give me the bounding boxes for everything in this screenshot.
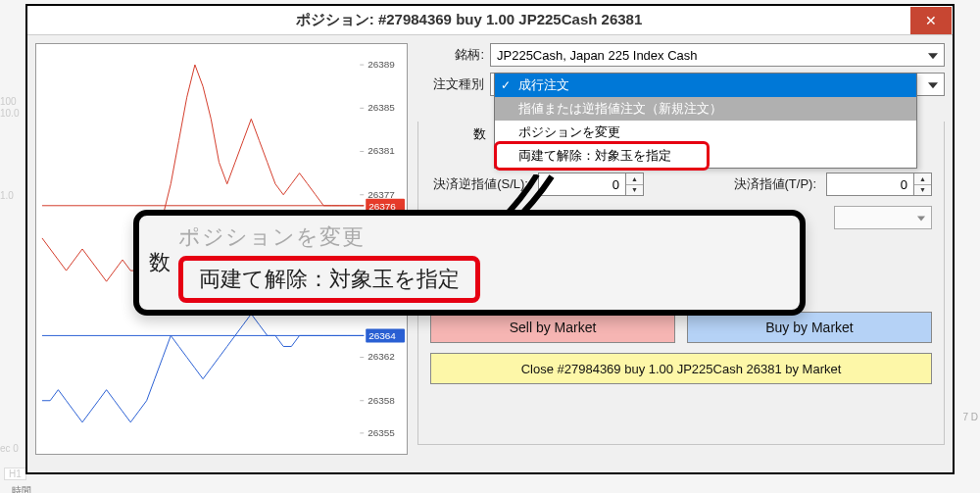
ordertype-dropdown[interactable]: ✓ 成行注文 指値または逆指値注文（新規注文） ポジションを変更 両建て解除：対… — [494, 73, 917, 169]
tp-spinner[interactable]: ▲ ▼ — [826, 173, 932, 196]
sell-market-button[interactable]: Sell by Market — [430, 312, 675, 343]
dropdown-item-closeby[interactable]: 両建て解除：対象玉を指定 — [495, 144, 916, 168]
callout-faded-text: ポジションを変更 — [178, 222, 480, 252]
svg-text:26381: 26381 — [368, 146, 395, 157]
bg-label: 10.0 — [0, 108, 19, 119]
spinner-arrows[interactable]: ▲ ▼ — [626, 173, 644, 196]
dropdown-item-label: ポジションを変更 — [518, 123, 620, 141]
expiry-select[interactable] — [834, 206, 932, 229]
callout-highlighted-text: 両建て解除：対象玉を指定 — [178, 256, 480, 303]
symbol-value: JP225Cash, Japan 225 Index Cash — [497, 48, 698, 63]
dropdown-item-label: 指値または逆指値注文（新規注文） — [518, 100, 722, 118]
arrow-down-icon[interactable]: ▼ — [626, 185, 643, 196]
titlebar: ポジション: #27984369 buy 1.00 JP225Cash 2638… — [27, 6, 953, 35]
bg-label: ec 0 — [0, 443, 19, 454]
svg-text:26385: 26385 — [368, 102, 395, 113]
spinner-arrows[interactable]: ▲ ▼ — [914, 173, 932, 196]
callout-side-label: 数 — [149, 248, 171, 277]
dropdown-item-label: 成行注文 — [518, 76, 569, 94]
check-icon: ✓ — [501, 78, 511, 92]
dropdown-item-label: 両建て解除：対象玉を指定 — [518, 147, 671, 165]
bg-label: 7 D — [962, 412, 978, 422]
svg-text:26362: 26362 — [368, 352, 395, 363]
svg-text:26358: 26358 — [368, 395, 395, 406]
ordertype-label: 注文種別 — [417, 75, 484, 93]
close-position-button[interactable]: Close #27984369 buy 1.00 JP225Cash 26381… — [430, 353, 932, 384]
symbol-select[interactable]: JP225Cash, Japan 225 Index Cash — [490, 43, 945, 67]
tp-input[interactable] — [826, 173, 914, 196]
symbol-label: 銘柄: — [417, 46, 484, 64]
close-button[interactable]: ✕ — [910, 7, 952, 34]
tp-label: 決済指値(T/P): — [734, 175, 817, 193]
timeframe-badge[interactable]: H1 — [4, 468, 26, 480]
arrow-down-icon[interactable]: ▼ — [914, 185, 931, 196]
svg-text:26364: 26364 — [368, 330, 396, 341]
svg-text:26389: 26389 — [368, 59, 395, 70]
dropdown-item-market[interactable]: ✓ 成行注文 — [495, 74, 916, 97]
bg-label: 1.0 — [0, 190, 14, 201]
arrow-up-icon[interactable]: ▲ — [626, 173, 643, 185]
bg-label: 100 — [0, 96, 17, 107]
qty-label: 数 — [473, 125, 486, 143]
close-icon: ✕ — [925, 13, 937, 28]
buy-market-button[interactable]: Buy by Market — [687, 312, 932, 343]
instruction-callout: 数 ポジションを変更 両建て解除：対象玉を指定 — [133, 210, 806, 316]
bg-label: 時間 — [12, 484, 31, 493]
svg-text:26377: 26377 — [368, 189, 395, 200]
svg-text:26355: 26355 — [368, 427, 395, 438]
arrow-up-icon[interactable]: ▲ — [914, 173, 931, 185]
dropdown-item-modify[interactable]: ポジションを変更 — [495, 121, 916, 144]
dropdown-item-pending[interactable]: 指値または逆指値注文（新規注文） — [495, 97, 916, 121]
window-title: ポジション: #27984369 buy 1.00 JP225Cash 2638… — [27, 11, 910, 29]
